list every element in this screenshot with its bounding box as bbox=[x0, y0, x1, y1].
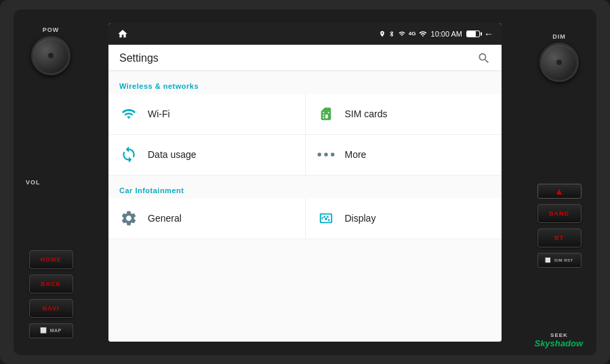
right-panel: DIM ▲ BAND BT ⬜ SIM RST SEEK bbox=[529, 20, 590, 345]
left-buttons: HOME BACK NAVI ⬜ MAP bbox=[29, 250, 73, 338]
map-button[interactable]: ⬜ MAP bbox=[29, 323, 73, 338]
svg-point-3 bbox=[325, 218, 327, 220]
display-icon bbox=[317, 209, 336, 228]
car-infotainment-section-header: Car Infotainment bbox=[108, 176, 502, 199]
wireless-section-title: Wireless & networks bbox=[119, 82, 199, 90]
battery-icon bbox=[466, 31, 480, 37]
settings-content: Settings Wireless & networks bbox=[108, 45, 502, 342]
wireless-settings-list: Wi-Fi SIM cards bbox=[108, 94, 502, 176]
search-icon[interactable] bbox=[477, 52, 491, 65]
dim-knob[interactable] bbox=[540, 43, 579, 82]
battery-indicator bbox=[466, 31, 480, 37]
svg-point-1 bbox=[324, 153, 327, 156]
wifi-icon bbox=[119, 104, 138, 123]
navi-button[interactable]: NAVI bbox=[29, 299, 73, 318]
display-item[interactable]: Display bbox=[306, 199, 502, 239]
car-unit: POW HOME BACK NAVI ⬜ MAP VOL bbox=[0, 0, 610, 364]
sim-icon bbox=[317, 104, 336, 123]
left-panel: POW HOME BACK NAVI ⬜ MAP VOL bbox=[20, 20, 81, 345]
display-label: Display bbox=[345, 213, 376, 224]
settings-header: Settings bbox=[108, 45, 502, 71]
general-icon bbox=[119, 209, 138, 228]
sim-cards-label: SIM cards bbox=[345, 108, 388, 119]
clock: 10:00 AM bbox=[431, 30, 462, 38]
back-nav-icon[interactable]: ← bbox=[484, 28, 493, 39]
car-settings-list: General bbox=[108, 199, 502, 239]
vol-label: VOL bbox=[26, 179, 41, 186]
wireless-section-header: Wireless & networks bbox=[108, 71, 502, 94]
pow-label: POW bbox=[43, 26, 60, 33]
screen-wrapper: 4G 10:00 AM bbox=[108, 23, 502, 342]
more-item[interactable]: More bbox=[306, 135, 502, 176]
wifi-label: Wi-Fi bbox=[148, 108, 170, 119]
back-button[interactable]: BACK bbox=[29, 275, 73, 294]
home-nav-icon[interactable] bbox=[117, 28, 129, 40]
data-usage-icon bbox=[119, 145, 138, 164]
row-wifi-sim: Wi-Fi SIM cards bbox=[108, 94, 502, 135]
android-screen: 4G 10:00 AM bbox=[108, 23, 502, 342]
settings-title: Settings bbox=[119, 52, 159, 64]
row-general-display: General bbox=[108, 199, 502, 239]
data-usage-label: Data usage bbox=[148, 149, 197, 160]
sim-rst-button[interactable]: ⬜ SIM RST bbox=[537, 253, 582, 268]
status-icons: 4G bbox=[379, 30, 427, 38]
row-data-more: Data usage bbox=[108, 135, 502, 176]
dim-label: DIM bbox=[552, 33, 566, 40]
status-bar-right: 4G 10:00 AM bbox=[379, 28, 493, 39]
eject-button[interactable]: ▲ bbox=[537, 184, 582, 199]
more-icon bbox=[317, 145, 336, 164]
sim-cards-item[interactable]: SIM cards bbox=[306, 94, 502, 135]
data-usage-item[interactable]: Data usage bbox=[108, 135, 305, 176]
status-bar-left bbox=[117, 28, 129, 40]
more-label: More bbox=[345, 149, 367, 160]
wifi-item[interactable]: Wi-Fi bbox=[108, 94, 305, 135]
svg-point-2 bbox=[331, 153, 334, 156]
power-knob[interactable] bbox=[31, 36, 70, 75]
bt-button[interactable]: BT bbox=[537, 228, 582, 247]
home-button[interactable]: HOME bbox=[29, 250, 73, 269]
car-infotainment-title: Car Infotainment bbox=[119, 186, 184, 195]
right-buttons: ▲ BAND BT ⬜ SIM RST bbox=[537, 184, 582, 268]
band-button[interactable]: BAND bbox=[537, 204, 582, 223]
brand-watermark: Skyshadow bbox=[534, 338, 583, 348]
status-bar: 4G 10:00 AM bbox=[108, 23, 502, 45]
general-item[interactable]: General bbox=[108, 199, 305, 239]
unit-body: POW HOME BACK NAVI ⬜ MAP VOL bbox=[14, 9, 596, 355]
seek-label: SEEK bbox=[550, 332, 568, 338]
svg-point-0 bbox=[317, 153, 321, 156]
general-label: General bbox=[148, 213, 182, 224]
